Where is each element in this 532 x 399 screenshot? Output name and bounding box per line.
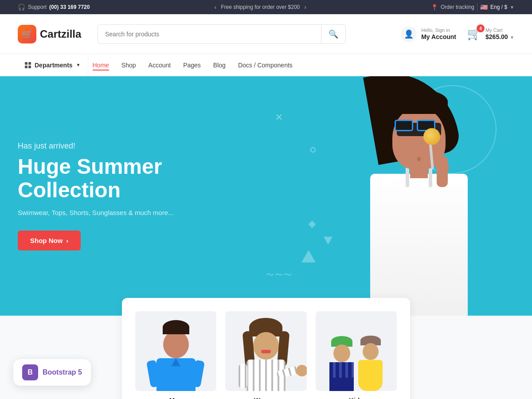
collar bbox=[172, 358, 180, 366]
nav-link-pages[interactable]: Pages bbox=[183, 60, 201, 70]
nav-link-blog[interactable]: Blog bbox=[213, 60, 226, 70]
account-name: My Account bbox=[421, 33, 456, 40]
arm-right-m bbox=[191, 360, 205, 388]
person-torso bbox=[370, 174, 468, 316]
deco-triangle bbox=[301, 250, 316, 262]
support-phone: (00) 33 169 7720 bbox=[49, 4, 90, 10]
user-icon: 👤 bbox=[404, 29, 414, 39]
deco-x: ✕ bbox=[275, 112, 283, 123]
hero-content: Has just arrived! Huge Summer Collection… bbox=[0, 115, 266, 278]
headset-icon: 🎧 bbox=[18, 4, 25, 11]
person-figure bbox=[344, 81, 494, 316]
nav-links: Home Shop Account Pages Blog Docs / Comp… bbox=[93, 61, 293, 69]
bootstrap-b: B bbox=[27, 368, 33, 376]
kids-image bbox=[316, 311, 397, 391]
nav-link-docs[interactable]: Docs / Components bbox=[238, 60, 293, 70]
categories-section: Men bbox=[0, 316, 532, 399]
man-shirt bbox=[156, 358, 196, 391]
women-label: Women bbox=[254, 396, 278, 399]
language-dropdown-icon[interactable]: ▼ bbox=[510, 5, 514, 10]
account-icon: 👤 bbox=[401, 26, 417, 42]
deco-diamond bbox=[309, 221, 316, 228]
category-men[interactable]: Men bbox=[135, 311, 216, 399]
hero-person-image bbox=[319, 76, 519, 316]
lips bbox=[261, 350, 271, 353]
search-button[interactable]: 🔍 bbox=[321, 25, 345, 43]
hero-section: ✕ 〜〜〜 Has just arrived! Huge Summer Coll… bbox=[0, 76, 532, 316]
cart-area[interactable]: 🛒 4 My Cart $265.00 ▼ bbox=[467, 27, 514, 41]
hero-title: Huge Summer Collection bbox=[18, 155, 248, 202]
topbar-promo: ‹ Free shipping for order over $200 › bbox=[215, 4, 306, 11]
account-text: Hello, Sign in My Account bbox=[421, 27, 456, 41]
promo-text: Free shipping for order over $200 bbox=[221, 4, 300, 10]
bootstrap-badge: B Bootstrap 5 bbox=[13, 359, 91, 386]
woman-head bbox=[253, 332, 279, 360]
girl-head bbox=[363, 343, 379, 360]
men-label: Men bbox=[169, 396, 183, 399]
bootstrap-label: Bootstrap 5 bbox=[43, 368, 82, 376]
grid-icon bbox=[25, 62, 31, 68]
deco-dot-circle bbox=[310, 147, 316, 153]
promo-next-arrow[interactable]: › bbox=[304, 4, 306, 11]
cart-badge: 4 bbox=[477, 24, 485, 32]
man-head bbox=[163, 331, 189, 358]
woman-shirt bbox=[246, 360, 286, 391]
hand-right bbox=[436, 160, 449, 174]
hero-subtitle: Has just arrived! bbox=[18, 141, 248, 151]
account-greeting: Hello, Sign in bbox=[421, 27, 456, 33]
category-women[interactable]: Women bbox=[225, 311, 306, 399]
nav-link-shop[interactable]: Shop bbox=[121, 60, 136, 70]
nav-link-home[interactable]: Home bbox=[93, 60, 109, 70]
location-icon: 📍 bbox=[431, 4, 438, 11]
arm-left-w bbox=[239, 364, 247, 388]
hand-right-w bbox=[296, 365, 307, 376]
topbar: 🎧 Support (00) 33 169 7720 ‹ Free shippi… bbox=[0, 0, 532, 14]
shop-now-button[interactable]: Shop Now › bbox=[18, 231, 81, 250]
search-bar: 🔍 bbox=[98, 24, 346, 44]
mouth bbox=[417, 157, 421, 161]
cart-icon-wrap: 🛒 4 bbox=[467, 27, 481, 41]
logo-text: Cartzilla bbox=[40, 28, 81, 40]
boy-shirt bbox=[329, 362, 354, 391]
support-label: Support bbox=[28, 4, 47, 10]
nav-item-shop[interactable]: Shop bbox=[121, 61, 136, 69]
logo-icon: 🛒 bbox=[18, 25, 36, 43]
logo[interactable]: 🛒 Cartzilla bbox=[18, 25, 89, 43]
language-selector[interactable]: Eng / $ bbox=[490, 4, 507, 10]
deco-wave: 〜〜〜 bbox=[266, 270, 293, 280]
topbar-divider bbox=[477, 3, 477, 12]
cart-dropdown-icon[interactable]: ▼ bbox=[510, 35, 514, 40]
header: 🛒 Cartzilla 🔍 👤 Hello, Sign in My Accoun… bbox=[0, 14, 532, 54]
men-image bbox=[135, 311, 216, 391]
category-kids[interactable]: Kids bbox=[316, 311, 397, 399]
hair-top bbox=[390, 90, 448, 114]
cart-label: My Cart bbox=[485, 27, 514, 33]
account-area[interactable]: 👤 Hello, Sign in My Account bbox=[401, 26, 456, 42]
boy-pants bbox=[329, 362, 354, 378]
nav-link-account[interactable]: Account bbox=[149, 60, 171, 70]
departments-label: Departments bbox=[35, 62, 73, 69]
person-container bbox=[319, 76, 519, 316]
nav-item-blog[interactable]: Blog bbox=[213, 61, 226, 69]
bootstrap-icon: B bbox=[22, 364, 38, 380]
categories-card: Men bbox=[122, 298, 410, 399]
promo-prev-arrow[interactable]: ‹ bbox=[215, 4, 217, 11]
nav-item-docs[interactable]: Docs / Components bbox=[238, 61, 293, 69]
cart-amount: $265.00 bbox=[485, 33, 508, 40]
nav-item-pages[interactable]: Pages bbox=[183, 61, 201, 69]
arm-left bbox=[146, 360, 160, 388]
hero-description: Swimwear, Tops, Shorts, Sunglasses & muc… bbox=[18, 209, 248, 216]
departments-button[interactable]: Departments ▼ bbox=[18, 54, 88, 76]
men-figure bbox=[152, 320, 200, 391]
search-input[interactable] bbox=[98, 31, 321, 38]
women-image bbox=[225, 311, 306, 391]
kid-girl-figure bbox=[358, 336, 383, 391]
nav-item-home[interactable]: Home bbox=[93, 61, 109, 69]
shop-now-label: Shop Now bbox=[30, 237, 63, 244]
departments-dropdown-icon: ▼ bbox=[76, 63, 81, 67]
order-tracking-link[interactable]: Order tracking bbox=[441, 4, 474, 10]
lens-left bbox=[395, 120, 413, 131]
cart-text: My Cart $265.00 ▼ bbox=[485, 27, 514, 41]
kids-group bbox=[329, 311, 383, 391]
nav-item-account[interactable]: Account bbox=[149, 61, 171, 69]
